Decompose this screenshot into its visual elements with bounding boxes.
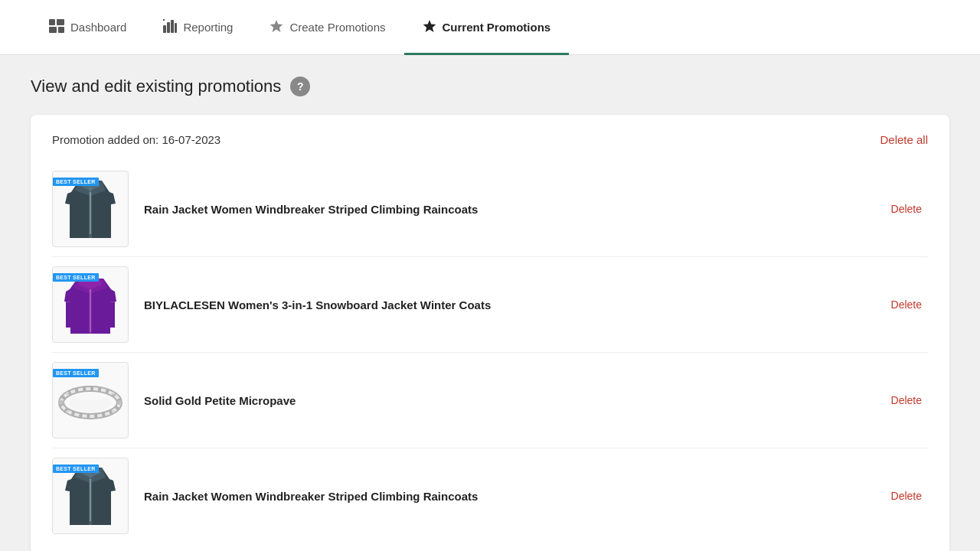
product-name-2: BIYLACLESEN Women's 3-in-1 Snowboard Jac…	[144, 298, 876, 311]
product-image-1: BEST SELLER	[52, 171, 129, 247]
nav-item-create-promotions[interactable]: Create Promotions	[251, 1, 403, 55]
svg-rect-7	[175, 23, 177, 33]
reporting-icon	[163, 19, 177, 35]
svg-point-19	[117, 400, 122, 405]
current-promotions-icon	[423, 19, 436, 35]
svg-rect-0	[49, 19, 55, 25]
card-header: Promotion added on: 16-07-2023 Delete al…	[52, 133, 928, 146]
promotions-card: Promotion added on: 16-07-2023 Delete al…	[31, 115, 949, 551]
promotion-item: BEST SELLER BIYLACLESEN Women's 3-in-	[52, 257, 928, 353]
nav-label-current-promotions: Current Promotions	[443, 21, 551, 34]
main-content: View and edit existing promotions ? Prom…	[0, 55, 980, 551]
help-icon[interactable]: ?	[290, 77, 310, 96]
nav-item-current-promotions[interactable]: Current Promotions	[404, 1, 570, 55]
promotion-item: BEST SELLER Rain Jacket Women Windbreake…	[52, 448, 928, 543]
nav-label-dashboard: Dashboard	[70, 21, 126, 34]
svg-point-24	[75, 393, 106, 400]
svg-rect-3	[58, 27, 64, 33]
best-seller-badge-2: BEST SELLER	[53, 273, 99, 282]
nav-label-reporting: Reporting	[183, 21, 233, 34]
best-seller-badge-1: BEST SELLER	[53, 178, 99, 186]
svg-point-22	[66, 410, 69, 413]
svg-marker-9	[270, 20, 283, 32]
svg-rect-1	[57, 19, 64, 25]
product-image-4: BEST SELLER	[52, 458, 129, 534]
product-image-2: BEST SELLER	[52, 266, 129, 343]
product-name-1: Rain Jacket Women Windbreaker Striped Cl…	[144, 203, 876, 216]
nav-item-dashboard[interactable]: Dashboard	[31, 1, 145, 55]
svg-point-23	[112, 410, 115, 413]
svg-marker-10	[423, 20, 436, 32]
svg-rect-4	[163, 25, 166, 33]
delete-button-2[interactable]: Delete	[891, 298, 928, 311]
promotion-date: Promotion added on: 16-07-2023	[52, 133, 220, 146]
svg-point-18	[59, 400, 64, 405]
dashboard-icon	[49, 19, 64, 35]
create-promotions-icon	[270, 19, 283, 35]
svg-rect-2	[49, 27, 57, 33]
svg-rect-8	[163, 19, 165, 21]
svg-rect-26	[90, 479, 91, 521]
nav-label-create-promotions: Create Promotions	[289, 21, 385, 34]
page-header: View and edit existing promotions ?	[31, 77, 949, 96]
page-title: View and edit existing promotions	[31, 77, 281, 96]
delete-button-1[interactable]: Delete	[891, 203, 928, 215]
svg-point-20	[66, 392, 69, 395]
svg-rect-12	[90, 192, 91, 234]
product-image-3: BEST SELLER	[52, 362, 129, 439]
product-name-3: Solid Gold Petite Micropave	[144, 394, 876, 407]
delete-button-3[interactable]: Delete	[891, 394, 928, 406]
promotion-item: BEST SELLER Rain Jacket Women Windbre	[52, 161, 928, 257]
svg-point-21	[112, 392, 115, 395]
nav-item-reporting[interactable]: Reporting	[145, 1, 251, 55]
product-name-4: Rain Jacket Women Windbreaker Striped Cl…	[144, 490, 876, 503]
best-seller-badge-4: BEST SELLER	[53, 465, 99, 473]
svg-rect-14	[90, 289, 91, 332]
delete-all-button[interactable]: Delete all	[880, 133, 928, 146]
best-seller-badge-3: BEST SELLER	[53, 369, 99, 377]
promotion-item: BEST SELLER	[52, 353, 928, 448]
svg-rect-5	[167, 22, 170, 33]
svg-rect-6	[171, 20, 174, 33]
top-navigation: Dashboard Reporting Create Promotions	[0, 0, 980, 55]
delete-button-4[interactable]: Delete	[891, 490, 928, 502]
